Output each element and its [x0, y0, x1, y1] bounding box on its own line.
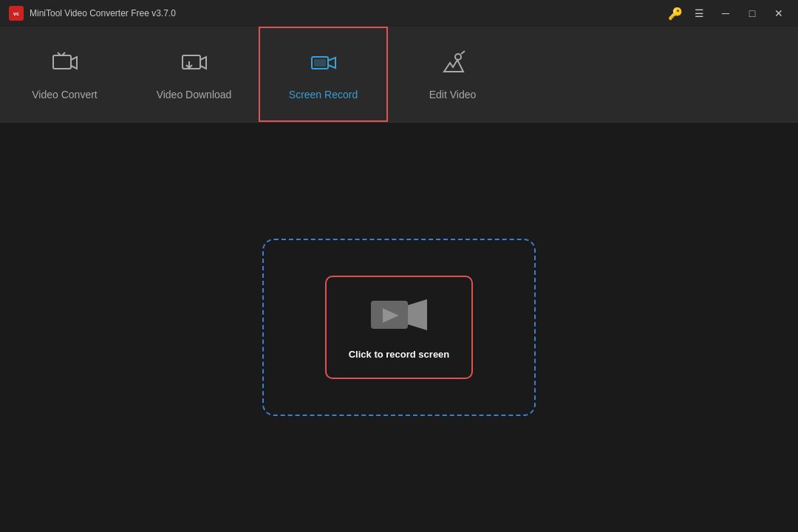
svg-text:vc: vc [13, 11, 19, 16]
camera-icon [369, 295, 429, 338]
minimize-button[interactable]: ─ [715, 3, 736, 24]
menu-button[interactable]: ☰ [689, 3, 709, 24]
svg-point-9 [455, 54, 461, 60]
video-convert-icon [50, 48, 80, 81]
record-container: Click to record screen [262, 239, 536, 416]
svg-line-10 [461, 51, 465, 54]
maximize-button[interactable]: □ [742, 3, 763, 24]
tab-screen-record-label: Screen Record [289, 89, 358, 100]
tab-edit-video[interactable]: Edit Video [388, 27, 517, 122]
nav-bar: Video Convert Video Download Screen Reco… [0, 27, 798, 123]
tab-video-download[interactable]: Video Download [129, 27, 259, 122]
title-bar: vc MiniTool Video Converter Free v3.7.0 … [0, 0, 798, 27]
edit-video-icon [438, 48, 468, 81]
main-content: Click to record screen [0, 123, 798, 532]
record-button-label: Click to record screen [349, 349, 450, 360]
tab-screen-record[interactable]: Screen Record [259, 27, 388, 122]
title-bar-left: vc MiniTool Video Converter Free v3.7.0 [9, 6, 176, 21]
key-icon: 🔑 [668, 7, 683, 21]
app-logo: vc [9, 6, 24, 21]
video-download-icon [180, 48, 209, 81]
close-button[interactable]: ✕ [768, 3, 789, 24]
tab-video-download-label: Video Download [157, 89, 232, 100]
tab-video-convert[interactable]: Video Convert [0, 27, 129, 122]
record-button[interactable]: Click to record screen [325, 276, 473, 379]
tab-video-convert-label: Video Convert [32, 89, 97, 100]
title-bar-controls: 🔑 ☰ ─ □ ✕ [668, 3, 789, 24]
screen-record-icon [309, 48, 338, 81]
svg-rect-2 [53, 55, 71, 69]
tab-edit-video-label: Edit Video [429, 89, 477, 100]
app-title: MiniTool Video Converter Free v3.7.0 [30, 8, 176, 18]
svg-rect-8 [314, 59, 326, 66]
